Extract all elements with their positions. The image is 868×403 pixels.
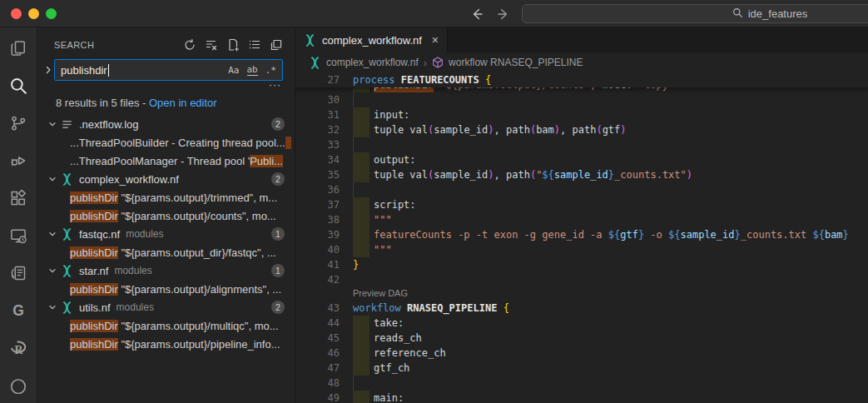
- extensions-icon[interactable]: [8, 190, 28, 206]
- minimize-window-button[interactable]: [28, 8, 39, 19]
- maximize-window-button[interactable]: [46, 8, 57, 19]
- code-token: bam: [536, 122, 554, 137]
- chevron-down-icon[interactable]: [48, 303, 61, 311]
- line-number: 31: [295, 107, 340, 122]
- whole-word-toggle[interactable]: ab: [247, 64, 258, 76]
- toggle-replace-chevron-icon[interactable]: [42, 66, 54, 74]
- line-number: 40: [295, 242, 340, 257]
- match-result-row[interactable]: publishDir "${params.output}/pipeline_in…: [37, 335, 295, 353]
- indent-guide: [353, 137, 354, 152]
- match-highlight: Publi...: [250, 155, 283, 167]
- code-line[interactable]: 47gtf_ch: [295, 361, 868, 376]
- code-line[interactable]: 36: [295, 182, 868, 197]
- snippets-icon[interactable]: [8, 265, 28, 281]
- file-result-row[interactable]: utils.nfmodules2: [37, 298, 295, 316]
- line-number: 39: [295, 227, 340, 242]
- indent-guide: [353, 92, 354, 107]
- source-control-icon[interactable]: [8, 115, 28, 132]
- code-line[interactable]: 46reference_ch: [295, 346, 868, 361]
- view-as-list-icon[interactable]: [248, 38, 261, 52]
- match-case-toggle[interactable]: Aa: [228, 65, 239, 76]
- file-name: utils.nf: [79, 301, 111, 314]
- file-name: complex_workflow.nf: [79, 173, 179, 186]
- code-token: ${: [668, 227, 680, 242]
- code-token: gtf: [620, 227, 638, 242]
- breadcrumb-symbol[interactable]: workflow RNASEQ_PIPELINE: [449, 57, 583, 68]
- code-token: ${: [542, 167, 553, 182]
- r-lang-icon[interactable]: R: [8, 340, 28, 356]
- code-line[interactable]: 41}: [295, 257, 868, 272]
- breadcrumb-file[interactable]: complex_workflow.nf: [326, 57, 419, 68]
- explorer-icon[interactable]: [8, 40, 28, 57]
- chevron-down-icon[interactable]: [48, 120, 61, 128]
- file-result-row[interactable]: star.nfmodules1: [37, 261, 295, 280]
- account-icon[interactable]: [8, 377, 28, 394]
- chevron-down-icon[interactable]: [48, 266, 61, 275]
- code-line[interactable]: 33: [295, 137, 868, 152]
- code-line-content: [340, 137, 354, 152]
- code-line[interactable]: 35tuple val(sample_id), path("${sample_i…: [295, 167, 868, 182]
- code-token: ): [620, 122, 626, 137]
- code-line[interactable]: 38""": [295, 212, 868, 227]
- open-in-editor-link[interactable]: Open in editor: [149, 97, 217, 109]
- regex-toggle[interactable]: .*: [265, 65, 276, 76]
- close-window-button[interactable]: [11, 8, 22, 19]
- new-search-editor-icon[interactable]: [226, 38, 240, 52]
- code-line[interactable]: 31input:: [295, 107, 868, 122]
- run-debug-icon[interactable]: [8, 152, 28, 169]
- code-token: gtf: [603, 122, 621, 137]
- scope-highlight-band: [353, 331, 370, 346]
- file-folder-description: modules: [117, 301, 154, 313]
- code-line-content: [340, 182, 354, 197]
- result-count-badge: 2: [271, 172, 285, 186]
- match-result-row[interactable]: publishDir "${params.output}/multiqc", m…: [37, 316, 295, 335]
- code-line[interactable]: 30: [295, 92, 868, 107]
- command-center-search[interactable]: ide_features: [522, 4, 868, 23]
- code-line[interactable]: 44take:: [295, 316, 868, 331]
- code-line[interactable]: 49main:: [295, 391, 868, 403]
- code-line[interactable]: 48: [295, 376, 868, 391]
- match-result-row[interactable]: ...ThreadPoolBuilder - Creating thread p…: [37, 133, 295, 152]
- code-token: main:: [374, 391, 404, 403]
- sticky-scroll-line[interactable]: 27process FEATURECOUNTS {: [295, 72, 868, 87]
- code-line-content: script:: [340, 197, 416, 212]
- match-result-row[interactable]: publishDir "${params.output}/trimmed", m…: [37, 188, 295, 206]
- code-line[interactable]: 40""": [295, 242, 868, 257]
- search-results-tree: .nextflow.log2...ThreadPoolBuilder - Cre…: [37, 115, 295, 403]
- code-token: take:: [374, 316, 404, 331]
- search-input[interactable]: publishdir Aaab.*: [54, 59, 283, 81]
- match-result-row[interactable]: publishDir "${params.output_dir}/fastqc"…: [37, 243, 295, 261]
- file-result-row[interactable]: complex_workflow.nf2: [37, 170, 295, 188]
- forward-icon[interactable]: [497, 7, 510, 21]
- match-result-row[interactable]: publishDir "${params.output}/alignments"…: [37, 280, 295, 298]
- gitlens-icon[interactable]: G: [8, 302, 28, 319]
- code-line[interactable]: 45reads_ch: [295, 331, 868, 346]
- remote-explorer-icon[interactable]: [8, 227, 28, 244]
- chevron-down-icon[interactable]: [48, 230, 61, 238]
- code-line[interactable]: 32tuple val(sample_id), path(bam), path(…: [295, 122, 868, 137]
- toggle-search-details[interactable]: ···: [37, 81, 295, 92]
- match-result-row[interactable]: ...ThreadPoolManager - Thread pool 'Publ…: [37, 152, 295, 170]
- file-result-row[interactable]: fastqc.nfmodules1: [37, 225, 295, 243]
- code-editor[interactable]: 27process FEATURECOUNTS {publishDir "${p…: [295, 72, 868, 403]
- code-token: sample_id: [681, 227, 735, 242]
- back-icon[interactable]: [470, 7, 484, 21]
- file-result-row[interactable]: .nextflow.log2: [37, 115, 295, 133]
- scope-highlight-band: [353, 391, 370, 403]
- match-result-row[interactable]: publishDir "${params.output}/counts", mo…: [37, 206, 295, 225]
- open-search-editor-icon[interactable]: [270, 38, 283, 52]
- chevron-down-icon[interactable]: [48, 175, 61, 183]
- line-number: 46: [295, 346, 340, 361]
- close-tab-icon[interactable]: ×: [432, 34, 439, 46]
- clear-results-icon[interactable]: [205, 38, 218, 52]
- code-line[interactable]: 34output:: [295, 152, 868, 167]
- codelens-preview-dag[interactable]: Preview DAG: [295, 287, 868, 301]
- refresh-icon[interactable]: [183, 38, 196, 52]
- search-icon[interactable]: [8, 77, 28, 94]
- code-line[interactable]: 37script:: [295, 197, 868, 212]
- traffic-lights: [0, 8, 57, 19]
- tab-complex-workflow[interactable]: complex_workflow.nf ×: [295, 27, 448, 52]
- code-line[interactable]: 39featureCounts -p -t exon -g gene_id -a…: [295, 227, 868, 242]
- code-line[interactable]: 43workflow RNASEQ_PIPELINE {: [295, 301, 868, 316]
- svg-text:G: G: [12, 302, 24, 319]
